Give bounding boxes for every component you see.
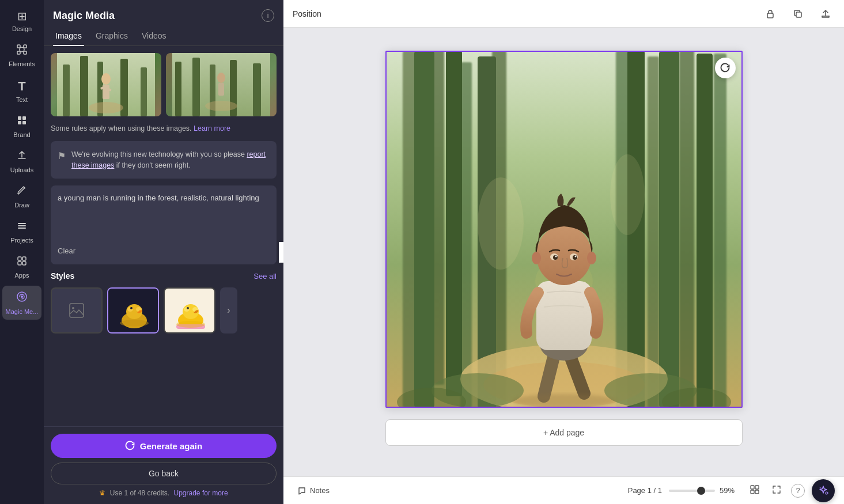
svg-rect-23	[141, 67, 147, 116]
magic-media-panel: Magic Media i Images Graphics Videos	[44, 0, 283, 504]
refresh-icon	[125, 441, 135, 451]
help-button[interactable]: ?	[791, 484, 805, 498]
tab-images[interactable]: Images	[53, 26, 84, 46]
svg-rect-55	[767, 13, 773, 18]
canvas-refresh-button[interactable]	[715, 58, 736, 78]
draw-icon	[16, 185, 28, 199]
style-thumb-placeholder[interactable]	[51, 287, 103, 334]
svg-rect-66	[414, 51, 434, 408]
canvas-image[interactable]	[385, 51, 743, 408]
fullscreen-button[interactable]	[769, 482, 784, 499]
sidebar-item-elements[interactable]: Elements	[2, 39, 41, 72]
page-indicator: Page 1 / 1	[628, 486, 662, 495]
svg-rect-10	[18, 225, 26, 226]
clear-button[interactable]: Clear	[58, 244, 75, 257]
sidebar-item-label: Elements	[9, 60, 35, 67]
sidebar-item-draw[interactable]: Draw	[2, 180, 41, 213]
sidebar-item-label: Draw	[14, 202, 29, 209]
sidebar-item-design[interactable]: ⊞ Design	[2, 5, 41, 37]
svg-point-52	[187, 307, 189, 309]
thumbnail-1[interactable]	[51, 53, 161, 116]
upgrade-link[interactable]: Upgrade for more	[174, 489, 228, 497]
svg-point-98	[826, 492, 828, 494]
svg-point-99	[820, 487, 822, 488]
styles-row: ›	[51, 287, 277, 334]
svg-rect-34	[253, 63, 261, 116]
svg-rect-7	[18, 121, 21, 124]
sidebar-item-text[interactable]: T Text	[2, 74, 41, 108]
left-sidebar: ⊞ Design Elements T Text Brand	[0, 0, 44, 504]
grid-view-button[interactable]	[747, 482, 762, 499]
svg-rect-70	[659, 51, 679, 408]
svg-rect-11	[18, 228, 26, 229]
thumbnail-2[interactable]	[166, 53, 277, 116]
notes-button[interactable]: Notes	[293, 484, 334, 498]
sidebar-item-uploads[interactable]: Uploads	[2, 145, 41, 178]
see-all-button[interactable]: See all	[253, 272, 277, 281]
panel-bottom: Generate again Go back ♛ Use 1 of 48 cre…	[44, 426, 283, 504]
generate-again-button[interactable]: Generate again	[51, 434, 277, 458]
zoom-slider[interactable]	[669, 490, 715, 492]
svg-point-54	[176, 321, 205, 328]
svg-rect-13	[22, 257, 26, 260]
svg-rect-8	[22, 121, 26, 124]
svg-rect-12	[18, 257, 21, 260]
info-box: ⚑ We're evolving this new technology wit…	[51, 141, 277, 179]
svg-rect-96	[751, 490, 754, 494]
elements-icon	[16, 44, 28, 58]
panel-collapse-arrow[interactable]: ‹	[279, 242, 283, 263]
apps-icon	[16, 255, 28, 270]
thumbnail-row	[51, 53, 277, 116]
svg-point-45	[130, 307, 133, 309]
sidebar-item-label: Magic Me...	[6, 308, 39, 315]
sidebar-item-apps[interactable]: Apps	[2, 251, 41, 283]
rules-notice: Some rules apply when using these images…	[51, 123, 277, 134]
learn-more-link[interactable]: Learn more	[194, 124, 230, 132]
prompt-textarea[interactable]	[58, 192, 270, 237]
styles-header: Styles See all	[51, 271, 277, 281]
copy-button[interactable]	[789, 5, 807, 23]
tab-videos[interactable]: Videos	[139, 26, 169, 46]
sidebar-item-projects[interactable]: Projects	[2, 215, 41, 248]
canvas-scroll[interactable]: + Add page	[283, 28, 844, 476]
lock-icon	[765, 9, 775, 19]
lock-button[interactable]	[761, 5, 779, 23]
sidebar-item-brand[interactable]: Brand	[2, 110, 41, 143]
svg-rect-56	[796, 12, 801, 17]
tab-graphics[interactable]: Graphics	[93, 26, 130, 46]
panel-info-button[interactable]: i	[262, 9, 274, 22]
svg-point-93	[512, 394, 616, 408]
sidebar-item-label: Projects	[10, 237, 33, 244]
svg-point-90	[574, 256, 576, 257]
bottom-bar: Notes Page 1 / 1 59% ?	[283, 476, 844, 504]
top-toolbar: Position	[283, 0, 844, 28]
style-thumb-arrow[interactable]: ›	[220, 287, 237, 334]
sparkle-icon	[817, 485, 829, 497]
svg-point-39	[72, 307, 74, 309]
crown-icon: ♛	[99, 489, 105, 497]
sidebar-item-magic-media[interactable]: Magic Me...	[2, 286, 41, 320]
add-page-button[interactable]: + Add page	[385, 419, 743, 446]
info-box-text: We're evolving this new technology with …	[71, 149, 270, 171]
brand-icon	[16, 115, 28, 129]
export-button[interactable]	[816, 5, 835, 23]
style-thumb-duck-1[interactable]	[107, 287, 159, 334]
fullscreen-icon	[771, 484, 782, 495]
svg-rect-2	[24, 45, 27, 48]
flag-icon: ⚑	[58, 150, 66, 161]
refresh-icon	[720, 63, 731, 73]
svg-point-46	[120, 320, 149, 327]
sidebar-item-label: Design	[12, 25, 32, 32]
style-thumb-duck-2[interactable]	[164, 287, 215, 334]
svg-rect-97	[755, 490, 759, 494]
styles-title: Styles	[51, 271, 74, 281]
svg-point-24	[89, 102, 123, 113]
svg-rect-63	[648, 56, 659, 408]
go-back-button[interactable]: Go back	[51, 463, 277, 484]
svg-rect-20	[80, 56, 88, 116]
svg-point-89	[555, 256, 557, 257]
svg-rect-65	[714, 54, 726, 408]
svg-rect-38	[70, 304, 84, 317]
zoom-thumb[interactable]	[697, 487, 705, 495]
magic-action-button[interactable]	[812, 479, 835, 502]
